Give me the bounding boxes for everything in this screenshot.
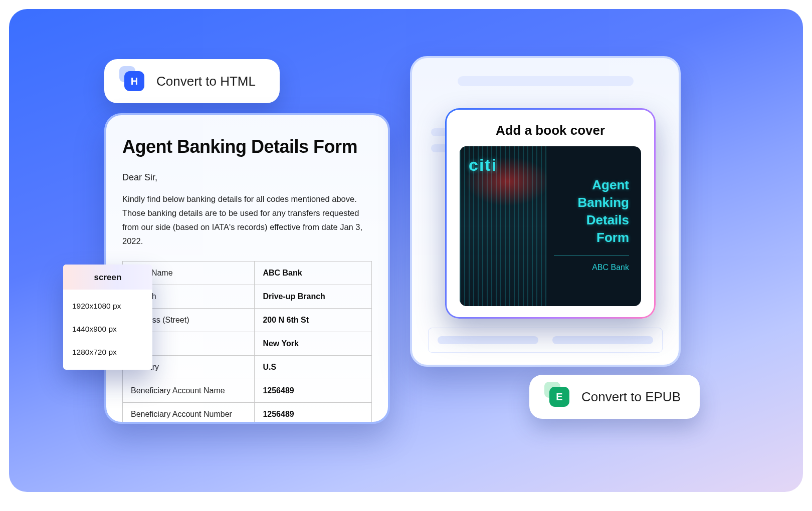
convert-to-epub-label: Convert to EPUB	[581, 389, 681, 405]
convert-to-html-label: Convert to HTML	[156, 74, 256, 89]
brand-logo-text: citi	[469, 155, 497, 175]
screen-option[interactable]: 1280x720 px	[63, 341, 152, 364]
banking-details-table: Bank NameABC Bank BranchDrive-up Branch …	[122, 261, 372, 424]
table-row: BranchDrive-up Branch	[123, 285, 372, 309]
epub-icon: E	[547, 385, 571, 409]
skeleton-line	[428, 76, 663, 86]
table-row: Bank NameABC Bank	[123, 262, 372, 285]
screen-resolution-popover: screen 1920x1080 px 1440x900 px 1280x720…	[63, 265, 152, 370]
table-row: CityNew York	[123, 332, 372, 356]
table-row: Beneficiary Account Name1256489	[123, 379, 372, 403]
canvas: H Convert to HTML Agent Banking Details …	[9, 9, 803, 492]
convert-to-html-button[interactable]: H Convert to HTML	[104, 59, 280, 103]
convert-to-epub-button[interactable]: E Convert to EPUB	[529, 375, 700, 419]
document-salutation: Dear Sir,	[122, 172, 372, 183]
screen-popover-heading: screen	[63, 265, 152, 290]
book-cover-cta: Add a book cover	[460, 123, 641, 138]
table-row: Address (Street)200 N 6th St	[123, 309, 372, 332]
table-row: CountryU.S	[123, 356, 372, 379]
screen-option[interactable]: 1920x1080 px	[63, 295, 152, 318]
table-row: Beneficiary Account Number1256489	[123, 403, 372, 424]
document-title: Agent Banking Details Form	[122, 136, 372, 157]
html-icon: H	[122, 69, 146, 93]
screen-option[interactable]: 1440x900 px	[63, 318, 152, 341]
cover-art-subtitle: ABC Bank	[592, 263, 629, 272]
cover-art-title: Agent Banking Details Form	[552, 176, 629, 246]
document-paragraph: Kindly find below banking details for al…	[122, 192, 372, 248]
skeleton-footer-row	[428, 328, 663, 353]
book-cover-art: citi Agent Banking Details Form ABC Bank	[460, 146, 641, 306]
book-cover-card[interactable]: Add a book cover citi Agent Banking Deta…	[445, 108, 656, 319]
